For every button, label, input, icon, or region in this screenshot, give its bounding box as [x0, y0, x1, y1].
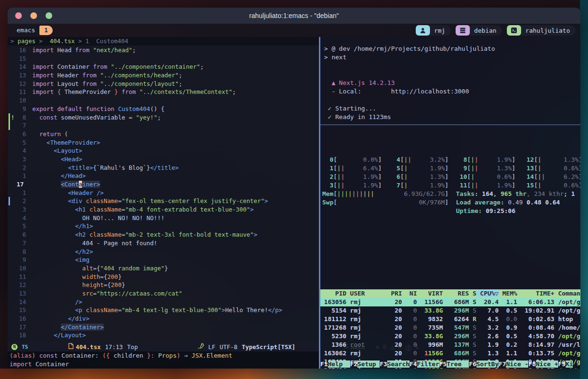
code-text: <p className="mb-4 text-lg text-blue-300… [32, 306, 282, 314]
dev-server-pane[interactable]: > @ dev /home/rmj/Projects/github/rahulj… [320, 37, 580, 124]
echo-line: (alias) const Container: ({ children }: … [9, 351, 319, 360]
memory-meter: Mem[|||||||||| 6.93G/62.7G] Tasks: 164, … [322, 190, 580, 198]
code-line[interactable]: 10 [8, 96, 319, 105]
code-text: <h1 className="mb-4 font-extrabold text-… [32, 205, 254, 214]
code-line[interactable]: 2 <title>{`Rahul's Blog`}</title> [8, 164, 319, 172]
gutter [8, 172, 15, 180]
process-table-header[interactable]: PID USER PRI NI VIRT RES S CPU%▽ MEM% TI… [320, 289, 580, 298]
code-line[interactable]: 4 <Layout> [8, 147, 319, 155]
gutter [8, 323, 15, 332]
fkey-f6[interactable]: F6SortBy [469, 360, 499, 369]
code-line[interactable]: 6 <h2 className="mb-2 text-3xl font-bold… [8, 231, 319, 239]
code-line[interactable]: 17 </Container> [8, 323, 319, 332]
gutter [8, 63, 15, 71]
echo-line: import Container [9, 360, 319, 369]
htop-pane[interactable]: 0[ 0.0%] 4[|| 3.2%] 8[|| 1.9%] 12[| 1.3%… [320, 125, 580, 369]
editor-modeline: N TS 404.tsx 17:13 Top LF UTF-8 TypeScri… [8, 342, 319, 351]
fkey-f5[interactable]: F5Tree [439, 360, 469, 369]
code-line[interactable]: 9 <img [8, 256, 319, 264]
line-number: 14 [15, 298, 32, 306]
terminal-window: rahuljuliato:1:emacs - "debian" emacs 1 … [8, 8, 580, 369]
line-number: 4 [15, 147, 32, 155]
sort-column-cpu[interactable]: CPU%▽ [476, 290, 499, 297]
minimize-window-button[interactable] [30, 12, 37, 19]
code-line[interactable]: 17 <Container> [8, 180, 319, 189]
code-line[interactable]: 16 </div> [8, 314, 319, 323]
htop-meters: 0[ 0.0%] 4[|| 3.2%] 8[|| 1.9%] 12[| 1.3%… [320, 142, 580, 215]
close-window-button[interactable] [15, 12, 22, 19]
process-row[interactable]: 5230 rmj 20 0 33.8G 296M S 2.6 0.5 4:58.… [320, 332, 580, 341]
code-line[interactable]: 3 <Head> [8, 155, 319, 164]
line-number: 16 [15, 46, 32, 55]
modeline-eol: LF [208, 343, 215, 351]
gutter [8, 55, 15, 63]
fkey-f1[interactable]: F1Help [320, 360, 350, 369]
gutter [8, 147, 15, 155]
code-line[interactable]: 5 </h1> [8, 222, 319, 231]
status-badge: debian [456, 25, 502, 36]
user-icon [416, 25, 430, 36]
line-number: 16 [15, 314, 32, 323]
tmux-window-index-badge: 1 [39, 26, 53, 35]
code-line[interactable]: 12import Layout from "../components/layo… [8, 80, 319, 88]
code-line[interactable]: 14import Container from "../components/c… [8, 63, 319, 71]
gutter [8, 88, 15, 96]
gutter [8, 164, 15, 172]
code-line[interactable]: 16import Head from "next/head"; [8, 46, 319, 55]
typescript-icon: TS [22, 344, 28, 350]
code-text: src="https://cataas.com/cat" [32, 289, 182, 298]
code-line[interactable]: 1 <Header /> [8, 189, 319, 197]
tmux-window-tab[interactable]: emacs 1 [12, 26, 53, 35]
code-line[interactable]: 13 src="https://cataas.com/cat" [8, 289, 319, 298]
code-line[interactable]: 15 [8, 55, 319, 63]
code-line[interactable]: 10 alt={"404 random image"} [8, 264, 319, 273]
code-line[interactable]: 11import { ThemeProvider } from "../cont… [8, 88, 319, 96]
code-text: const someUnusedVariable = "yey!"; [32, 113, 161, 122]
process-row[interactable]: 1366 root 20 0 996M 137M S 1.9 0.2 8:14.… [320, 341, 580, 349]
gutter [8, 306, 15, 314]
process-row[interactable]: 171268 rmj 20 0 735M 547M S 3.2 0.9 0:08… [320, 324, 580, 332]
process-row[interactable]: 181112 rmj 20 0 9832 6264 R 4.5 0.0 0:02… [320, 315, 580, 324]
fkey-f2[interactable]: F2Setup [350, 360, 380, 369]
fkey-f7[interactable]: F7Nice - [499, 360, 529, 369]
line-number: 7 [15, 121, 32, 130]
code-text: <Container> [32, 180, 100, 189]
code-line[interactable]: 2 <div className="fex-ol tems-center fle… [8, 197, 319, 205]
code-line[interactable]: 12 height={200} [8, 281, 319, 289]
code-buffer[interactable]: 16import Head from "next/head";1514impor… [8, 46, 319, 342]
code-line[interactable]: 7 [8, 121, 319, 130]
code-line[interactable]: 1 </Head> [8, 172, 319, 180]
code-text: <div className="fex-ol tems-center flex … [32, 197, 268, 205]
code-line[interactable]: 11 width={200} [8, 273, 319, 281]
badge-label: rmj [430, 27, 451, 34]
fkey-f3[interactable]: F3Search [380, 360, 410, 369]
fkey-f4[interactable]: F4Filter [410, 360, 439, 369]
line-number: 15 [15, 55, 32, 63]
code-text: </div> [32, 314, 89, 323]
maximize-window-button[interactable] [46, 12, 52, 19]
gutter [8, 239, 15, 248]
code-line[interactable]: 4 OH NO!... NO! NO! NO!!! [8, 214, 319, 222]
process-row[interactable]: 163062 rmj 20 0 1156G 686M S 1.3 1.1 0:1… [320, 349, 580, 358]
modeline-filetype: TypeScript[TSX] [242, 343, 295, 351]
code-line[interactable]: !8 const someUnusedVariable = "yey!"; [8, 113, 319, 122]
process-row[interactable]: 163056 rmj 20 0 1156G 686M S 20.4 1.1 6:… [320, 298, 580, 306]
code-line[interactable]: 13import Header from "../components/head… [8, 71, 319, 80]
gutter [8, 121, 15, 130]
editor-pane[interactable]: > pages > 404.tsx > 1 Custom404 16import… [8, 37, 319, 369]
code-line[interactable]: 5 <ThemeProvider> [8, 139, 319, 147]
process-row[interactable]: 5154 rmj 20 0 33.8G 296M S 7.0 0.5 19:02… [320, 306, 580, 315]
gutter [8, 214, 15, 222]
fkey-f9[interactable]: F9Ki [558, 360, 573, 369]
code-line[interactable]: 3 <h1 className="mb-4 font-extrabold tex… [8, 205, 319, 214]
line-number: 2 [15, 164, 32, 172]
code-line[interactable]: 9export default function Custom404() { [8, 105, 319, 113]
fkey-f8[interactable]: F8Nice + [528, 360, 558, 369]
code-line[interactable]: 8 </h2> [8, 248, 319, 256]
code-line[interactable]: 6 return ( [8, 130, 319, 139]
code-line[interactable]: 7 404 - Page not found! [8, 239, 319, 248]
code-line[interactable]: 15 <p className="mb-4 text-lg text-blue-… [8, 306, 319, 314]
gutter [8, 155, 15, 164]
code-line[interactable]: 14 /> [8, 298, 319, 306]
gutter [8, 46, 15, 55]
